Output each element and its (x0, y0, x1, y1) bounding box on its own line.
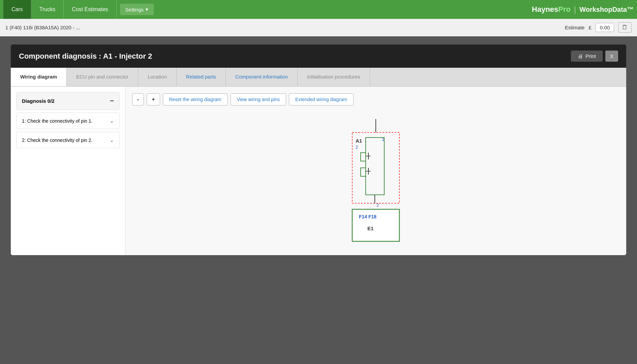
step-2-label: 2: Check the connectivity of pin 2. (22, 138, 92, 143)
wiring-diagram-canvas: A1 2 1 (132, 112, 619, 248)
sub-navigation: 1 (F40) 116i (B38A15A) 2020 - ... Estima… (0, 19, 637, 36)
estimate-value: 0.00 (596, 23, 614, 32)
right-panel: - + Reset the wiring diagram View wiring… (125, 87, 626, 255)
zoom-plus-button[interactable]: + (147, 93, 160, 105)
settings-dropdown-icon: ▾ (146, 6, 148, 12)
nav-tab-cost-estimates[interactable]: Cost Estimates (64, 0, 117, 19)
print-icon: 🖨 (578, 53, 583, 59)
svg-text:2: 2 (376, 203, 379, 208)
diagram-toolbar: - + Reset the wiring diagram View wiring… (132, 93, 619, 105)
step-2-chevron-icon: ⌄ (110, 137, 114, 143)
step-1-chevron-icon: ⌄ (110, 118, 114, 124)
logo: HaynesPro | WorkshopData™ (532, 5, 634, 14)
step-item-1[interactable]: 1: Check the connectivity of pin 1. ⌄ (16, 113, 120, 129)
tabs-bar: Wiring diagram ECU pin and connector Loc… (11, 68, 626, 87)
reset-wiring-button[interactable]: Reset the wiring diagram (163, 93, 228, 105)
settings-label: Settings (125, 7, 144, 12)
nav-tab-trucks[interactable]: Trucks (31, 0, 64, 19)
collapse-icon[interactable]: − (110, 97, 114, 105)
diagnosis-title: Component diagnosis : A1 - Injector 2 (19, 52, 152, 61)
step-header-label: Diagnosis 0/2 (22, 98, 55, 104)
print-label: Print (585, 53, 596, 59)
svg-rect-5 (366, 138, 384, 195)
vehicle-label: 1 (F40) 116i (B38A15A) 2020 - ... (5, 25, 80, 30)
tab-related-parts[interactable]: Related parts (177, 68, 226, 86)
svg-rect-6 (361, 153, 366, 161)
estimate-area: Estimate £ 0.00 🗒 (565, 22, 632, 33)
estimate-label: Estimate (565, 25, 584, 30)
logo-pro: Pro (558, 5, 571, 14)
step-item-2[interactable]: 2: Check the connectivity of pin 2. ⌄ (16, 132, 120, 148)
step-1-label: 1: Check the connectivity of pin 1. (22, 118, 92, 124)
header-buttons: 🖨 Print X (571, 51, 618, 62)
diagram-area: Diagnosis 0/2 − 1: Check the connectivit… (11, 87, 626, 255)
left-panel: Diagnosis 0/2 − 1: Check the connectivit… (11, 87, 125, 255)
main-content: Component diagnosis : A1 - Injector 2 🖨 … (0, 36, 637, 263)
svg-text:E1: E1 (367, 225, 373, 231)
tab-ecu-pin[interactable]: ECU pin and connector (67, 68, 138, 86)
settings-button[interactable]: Settings ▾ (120, 4, 154, 15)
logo-workshop: WorkshopData™ (579, 6, 634, 13)
tab-component-info[interactable]: Component information (226, 68, 298, 86)
logo-separator: | (574, 5, 576, 14)
view-wiring-pins-button[interactable]: View wiring and pins (231, 93, 286, 105)
extended-wiring-button[interactable]: Extended wiring diagram (289, 93, 354, 105)
diagnosis-panel: Component diagnosis : A1 - Injector 2 🖨 … (11, 44, 626, 255)
svg-text:F14  F18: F14 F18 (359, 214, 376, 219)
tab-wiring-diagram[interactable]: Wiring diagram (11, 68, 67, 86)
tab-init-procedures[interactable]: Initialisation procedures (298, 68, 370, 86)
svg-rect-7 (361, 168, 366, 176)
svg-text:2: 2 (356, 145, 358, 150)
logo-haynes: Haynes (532, 5, 558, 14)
top-navigation: Cars Trucks Cost Estimates Settings ▾ Ha… (0, 0, 637, 19)
close-button[interactable]: X (605, 51, 618, 62)
clipboard-button[interactable]: 🗒 (618, 22, 632, 33)
tab-location[interactable]: Location (138, 68, 177, 86)
wiring-diagram-svg: A1 2 1 (332, 119, 420, 247)
zoom-minus-button[interactable]: - (132, 93, 144, 105)
diagnosis-step-header: Diagnosis 0/2 − (16, 92, 120, 110)
print-button[interactable]: 🖨 Print (571, 51, 603, 62)
svg-text:A1: A1 (356, 138, 362, 144)
currency-symbol: £ (588, 25, 591, 30)
nav-tab-cars[interactable]: Cars (3, 0, 31, 19)
diagnosis-header: Component diagnosis : A1 - Injector 2 🖨 … (11, 44, 626, 68)
